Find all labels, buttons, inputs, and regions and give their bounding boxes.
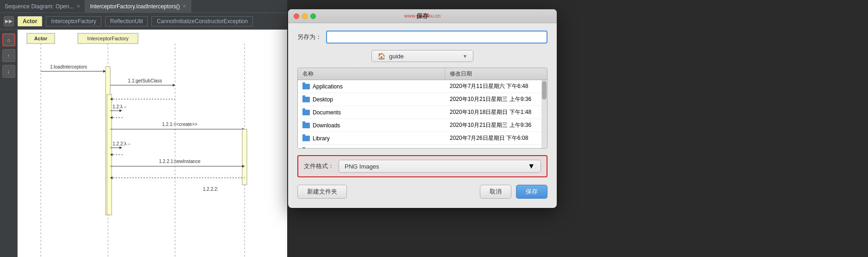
folder-icon — [302, 136, 310, 141]
watermark: www.javatiku.cn — [404, 13, 440, 19]
close-window-button[interactable] — [294, 13, 299, 19]
tab-sequence-diagram[interactable]: Sequence Diagram: Open... ✕ — [0, 0, 85, 13]
play-icon: ▶▶ — [5, 19, 13, 24]
tab-open-label: Open... — [56, 3, 74, 10]
cannot-init-tag: CannotInitializeConstructorException — [151, 16, 253, 26]
seq-down-button[interactable]: ↓ — [2, 65, 15, 78]
footer-right-buttons: 取消 保存 — [480, 185, 547, 199]
seq-left-toolbar: ⌂ ↑ ↓ — [0, 30, 18, 257]
file-row[interactable]: Documents 2020年10月18日星期日 下午1:48 — [298, 106, 547, 119]
tab-interceptor-factory[interactable]: InterceptorFactory.loadInterceptors() ✕ — [85, 0, 191, 13]
location-row: 🏠 guide ▼ — [297, 50, 547, 62]
svg-text:1.1:getSubClass: 1.1:getSubClass — [128, 78, 162, 83]
scrollbar[interactable] — [541, 80, 547, 149]
tab-sequence-label: Sequence Diagram: — [5, 3, 54, 10]
scrollbar-thumb[interactable] — [542, 81, 547, 100]
file-date-cell: 2020年7月26日星期日 下午2:17 — [445, 147, 547, 149]
format-label: 文件格式： — [304, 162, 334, 170]
file-row[interactable]: Downloads 2020年10月21日星期三 上午9:36 — [298, 119, 547, 132]
file-name-cell: Applications — [298, 83, 445, 90]
file-row[interactable]: logs 2020年7月26日星期日 下午2:17 — [298, 145, 547, 149]
file-name-cell: logs — [298, 148, 445, 149]
file-list-body[interactable]: Applications 2020年7月11日星期六 下午6:48 Deskto… — [298, 80, 547, 149]
tab-close-icon[interactable]: ✕ — [76, 4, 80, 9]
cancel-button[interactable]: 取消 — [480, 185, 511, 199]
svg-text:1.2.2:λ→: 1.2.2:λ→ — [113, 141, 131, 146]
file-date-cell: 2020年10月18日星期日 下午1:48 — [445, 108, 547, 116]
svg-marker-21 — [120, 109, 122, 112]
svg-text:InterceptorFactory: InterceptorFactory — [87, 36, 129, 41]
svg-marker-11 — [103, 70, 106, 73]
file-name: logs — [313, 148, 323, 149]
file-name-cell: Downloads — [298, 122, 445, 129]
tab-interceptor-close-icon[interactable]: ✕ — [182, 4, 186, 9]
col-date-header: 修改日期 — [445, 68, 547, 80]
format-dropdown[interactable]: PNG Images ▼ — [339, 160, 541, 173]
location-dropdown-arrow: ▼ — [463, 54, 467, 59]
format-dropdown-arrow: ▼ — [528, 162, 535, 170]
interceptor-factory-tag: InterceptorFactory — [46, 16, 101, 26]
folder-icon — [302, 97, 310, 102]
svg-text:Actor: Actor — [34, 36, 48, 41]
file-row[interactable]: Desktop 2020年10月21日星期三 上午9:36 — [298, 93, 547, 106]
sequence-diagram-area: ⌂ ↑ ↓ Actor InterceptorFactory — [0, 30, 287, 257]
sequence-diagram-canvas: Actor InterceptorFactory 1:loadIntercept… — [18, 30, 287, 257]
home-icon: ⌂ — [7, 37, 10, 43]
actor-tag: Actor — [18, 16, 42, 26]
file-name-cell: Documents — [298, 109, 445, 116]
file-name: Desktop — [313, 96, 333, 103]
file-list-header: 名称 修改日期 — [298, 68, 547, 80]
svg-text:1:loadInterceptors: 1:loadInterceptors — [50, 64, 87, 69]
up-icon: ↑ — [7, 53, 10, 58]
file-date-cell: 2020年10月21日星期三 上午9:36 — [445, 121, 547, 129]
file-name: Downloads — [313, 122, 340, 129]
folder-icon — [302, 84, 310, 89]
file-name-cell: Desktop — [298, 96, 445, 103]
svg-marker-30 — [120, 146, 122, 149]
save-as-input[interactable] — [326, 31, 547, 44]
save-dialog: 保存 www.javatiku.cn 另存为： 🏠 guide ▼ 名称 修改日… — [288, 9, 557, 208]
reflection-util-tag: ReflectionUtil — [105, 16, 148, 26]
svg-text:1.2.2.2:: 1.2.2.2: — [203, 187, 218, 192]
col-name-header: 名称 — [298, 68, 445, 80]
format-value: PNG Images — [345, 163, 524, 170]
dialog-body: 另存为： 🏠 guide ▼ 名称 修改日期 Applications — [288, 23, 557, 208]
location-text: guide — [389, 53, 459, 60]
ide-tab-bar: Sequence Diagram: Open... ✕ InterceptorF… — [0, 0, 287, 13]
play-button[interactable]: ▶▶ — [4, 16, 14, 26]
dialog-titlebar: 保存 www.javatiku.cn — [288, 9, 557, 23]
folder-icon — [302, 149, 310, 149]
file-name: Library — [313, 135, 330, 142]
save-as-label: 另存为： — [297, 33, 321, 41]
folder-home-icon: 🏠 — [377, 52, 385, 60]
file-name: Documents — [313, 109, 341, 116]
file-date-cell: 2020年10月21日星期三 上午9:36 — [445, 95, 547, 103]
file-row[interactable]: Applications 2020年7月11日星期六 下午6:48 — [298, 80, 547, 93]
save-button[interactable]: 保存 — [516, 185, 547, 199]
file-list-container: 名称 修改日期 Applications 2020年7月11日星期六 下午6:4… — [297, 68, 547, 149]
location-dropdown[interactable]: 🏠 guide ▼ — [371, 50, 473, 62]
folder-icon — [302, 123, 310, 128]
maximize-window-button[interactable] — [310, 13, 316, 19]
format-row: 文件格式： PNG Images ▼ — [297, 155, 547, 177]
new-folder-button[interactable]: 新建文件夹 — [297, 185, 347, 199]
file-name-cell: Library — [298, 135, 445, 142]
tab-interceptor-label: InterceptorFactory.loadInterceptors() — [90, 3, 180, 10]
file-row[interactable]: Library 2020年7月26日星期日 下午6:08 — [298, 132, 547, 145]
svg-marker-14 — [173, 84, 175, 87]
dialog-footer: 新建文件夹 取消 保存 — [297, 185, 547, 201]
svg-rect-27 — [242, 129, 247, 185]
sequence-svg: Actor InterceptorFactory 1:loadIntercept… — [18, 30, 287, 257]
folder-icon — [302, 110, 310, 115]
ide-toolbar: ▶▶ Actor InterceptorFactory ReflectionUt… — [0, 13, 287, 30]
file-date-cell: 2020年7月11日星期六 下午6:48 — [445, 82, 547, 90]
seq-up-button[interactable]: ↑ — [2, 49, 15, 62]
minimize-window-button[interactable] — [302, 13, 308, 19]
traffic-light-buttons — [294, 13, 316, 19]
seq-home-button[interactable]: ⌂ — [2, 33, 15, 46]
save-as-row: 另存为： — [297, 31, 547, 44]
svg-text:1.2:λ→: 1.2:λ→ — [113, 104, 127, 109]
svg-text:1.2.2.1:newInstance: 1.2.2.1:newInstance — [159, 159, 201, 164]
file-name: Applications — [313, 83, 343, 90]
svg-text:1.2.1:<<create>>: 1.2.1:<<create>> — [162, 122, 197, 127]
